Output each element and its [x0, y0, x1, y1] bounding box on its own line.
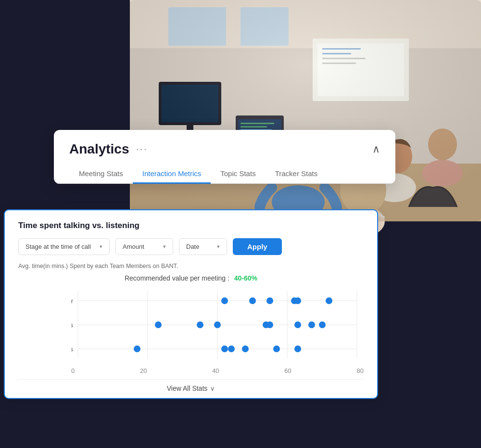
metrics-card: Time spent talking vs. listening Stage a… [4, 209, 378, 399]
svg-point-56 [155, 321, 162, 328]
x-label-80: 80 [357, 367, 364, 374]
dot-plot-svg: Abe Bilcher Samuel Jones Cindy Myers [71, 289, 364, 363]
recommended-value: 40-60% [234, 274, 257, 282]
x-label-20: 20 [140, 367, 147, 374]
tab-tracker-stats[interactable]: Tracker Stats [266, 165, 328, 184]
svg-point-69 [294, 346, 301, 352]
svg-point-54 [326, 297, 332, 304]
chart-container: Abe Bilcher Samuel Jones Cindy Myers [18, 289, 364, 365]
svg-point-53 [294, 297, 301, 304]
svg-text:Abe Bilcher: Abe Bilcher [71, 297, 74, 305]
analytics-title-row: Analytics ··· [69, 141, 148, 157]
x-axis-labels: 0 20 40 60 80 [18, 365, 364, 374]
svg-point-60 [266, 321, 273, 328]
panel-title: Time spent talking vs. listening [18, 221, 364, 230]
svg-point-58 [214, 321, 221, 328]
stage-filter-dropdown[interactable]: Stage at the time of call ▾ [18, 238, 110, 255]
svg-point-67 [242, 346, 249, 352]
date-chevron-icon: ▾ [217, 243, 220, 250]
x-label-60: 60 [284, 367, 291, 374]
view-all-chevron-icon: ∨ [210, 385, 215, 392]
x-label-0: 0 [71, 367, 75, 374]
svg-point-62 [308, 321, 315, 328]
more-options-button[interactable]: ··· [136, 143, 148, 155]
amount-chevron-icon: ▾ [163, 243, 166, 250]
tab-meeting-stats[interactable]: Meeting Stats [69, 165, 133, 184]
view-all-label: View All Stats [167, 384, 208, 392]
stage-chevron-icon: ▾ [100, 243, 102, 250]
svg-text:Cindy Myers: Cindy Myers [71, 346, 73, 353]
tab-topic-stats[interactable]: Topic Stats [211, 165, 265, 184]
svg-point-64 [134, 346, 140, 352]
amount-filter-label: Amount [123, 243, 144, 250]
collapse-button[interactable]: ∧ [372, 143, 380, 155]
chart-subtitle: Avg. time(in mins.) Spent by each Team M… [18, 263, 364, 269]
date-filter-dropdown[interactable]: Date ▾ [179, 238, 227, 255]
analytics-title: Analytics [69, 141, 129, 157]
svg-point-57 [197, 321, 203, 328]
svg-point-66 [228, 346, 235, 352]
recommended-label: Recommended value per meeting : [125, 274, 229, 282]
date-filter-label: Date [186, 243, 199, 250]
analytics-header: Analytics ··· ∧ [54, 130, 395, 157]
x-label-40: 40 [212, 367, 219, 374]
svg-point-63 [319, 321, 326, 328]
filters-row: Stage at the time of call ▾ Amount ▾ Dat… [18, 238, 364, 255]
amount-filter-dropdown[interactable]: Amount ▾ [115, 238, 173, 255]
svg-point-50 [221, 297, 228, 304]
svg-text:Samuel Jones: Samuel Jones [71, 321, 73, 329]
svg-point-51 [249, 297, 256, 304]
svg-point-55 [266, 297, 273, 304]
svg-rect-38 [130, 0, 481, 221]
tab-interaction-metrics[interactable]: Interaction Metrics [133, 165, 211, 184]
svg-point-68 [273, 346, 280, 352]
analytics-card: Analytics ··· ∧ Meeting Stats Interactio… [54, 130, 395, 184]
view-all-row[interactable]: View All Stats ∨ [18, 379, 364, 394]
tabs-row: Meeting Stats Interaction Metrics Topic … [54, 165, 395, 184]
stage-filter-label: Stage at the time of call [25, 243, 91, 250]
apply-button[interactable]: Apply [233, 238, 282, 255]
recommended-row: Recommended value per meeting : 40-60% [18, 274, 364, 282]
svg-point-65 [221, 346, 228, 352]
svg-point-61 [294, 321, 301, 328]
